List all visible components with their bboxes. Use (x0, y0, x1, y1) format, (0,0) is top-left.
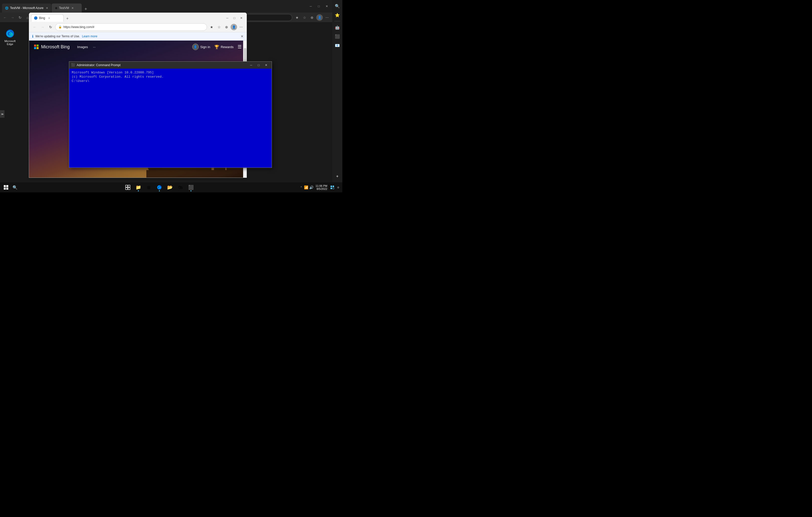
taskbar-taskview-button[interactable] (123, 183, 132, 192)
svg-rect-28 (6, 185, 8, 187)
bing-menu-button[interactable]: ☰ (238, 44, 241, 50)
bing-logo-text: Microsoft Bing (41, 44, 70, 50)
bing-tab[interactable]: 🔵 Bing ✕ (31, 14, 64, 22)
svg-rect-36 (330, 186, 332, 187)
bing-navigation: Images ··· (77, 45, 95, 49)
tray-overflow-button[interactable]: ^ (299, 186, 303, 189)
back-nav-button[interactable]: ← (2, 14, 8, 21)
bing-header-right: 👤 Sign in 🏆 Rewards ☰ (192, 43, 241, 50)
svg-rect-34 (128, 188, 130, 190)
sidebar-search-icon[interactable]: 🔍 (333, 2, 341, 10)
bing-logo-squares (34, 44, 38, 49)
inner-more-button[interactable]: ··· (238, 24, 244, 31)
add-favorites-button[interactable]: ☆ (301, 14, 308, 21)
bing-logo: Microsoft Bing (34, 44, 70, 50)
inner-refresh-button[interactable]: ↻ (47, 24, 54, 31)
collections-button[interactable]: ⊕ (309, 14, 315, 21)
taskbar: 🔍 📁 ⊞ (0, 182, 342, 192)
svg-rect-32 (128, 185, 130, 187)
cmd-line-2: (c) Microsoft Corporation. All rights re… (72, 75, 269, 79)
tab1-title: TestVM - Microsoft Azure (10, 6, 44, 10)
logo-sq-red (34, 44, 36, 47)
cmd-restore-button[interactable]: □ (255, 63, 262, 68)
cmd-titlebar: ⬛ Administrator: Command Prompt ─ □ ✕ (69, 62, 272, 69)
sidebar-add-button[interactable]: + (333, 172, 341, 180)
tab1-favicon: 🌐 (5, 6, 8, 10)
cmd-title-text: Administrator: Command Prompt (77, 63, 248, 67)
svg-rect-24 (146, 170, 246, 178)
cmd-close-button[interactable]: ✕ (263, 63, 270, 68)
inner-favorites-button[interactable]: ★ (208, 24, 215, 31)
profile-button[interactable]: 👤 (316, 14, 323, 21)
settings-tray-button[interactable]: ⚙ (336, 183, 340, 192)
tab1-close[interactable]: ✕ (46, 6, 48, 10)
cmd-minimize-button[interactable]: ─ (248, 63, 255, 68)
tab-2[interactable]: 🖥 TestVM ✕ (52, 3, 82, 12)
new-tab-button[interactable]: + (82, 5, 89, 12)
cmd-window-controls: ─ □ ✕ (248, 63, 270, 68)
taskbar-edge-button[interactable] (155, 183, 164, 192)
start-button[interactable] (2, 183, 10, 191)
inner-restore-button[interactable]: □ (231, 16, 238, 21)
svg-rect-37 (332, 186, 334, 187)
cmd-content-area[interactable]: Microsoft Windows [Version 10.0.22000.79… (69, 69, 272, 168)
window-controls: ─ □ ✕ (307, 3, 330, 9)
bing-header: Microsoft Bing Images ··· 👤 Sign in 🏆 Re… (29, 40, 246, 53)
close-button[interactable]: ✕ (323, 3, 330, 9)
taskbar-search-button[interactable]: 🔍 (11, 183, 19, 191)
sidebar-copilot-icon[interactable]: 🤖 (333, 23, 341, 31)
sidebar-office-icon[interactable]: ⬛ (333, 32, 341, 40)
inner-toolbar-actions: ★ ☆ ⊕ 👤 ··· (208, 24, 244, 31)
svg-rect-38 (330, 188, 332, 189)
refresh-nav-button[interactable]: ↻ (17, 14, 23, 21)
taskbar-clock[interactable]: 11:06 PM 8/5/2022 (315, 184, 328, 190)
taskbar-store-button[interactable]: 🛍 (176, 183, 185, 192)
favorites-button[interactable]: ★ (294, 14, 300, 21)
user-avatar: 👤 (192, 43, 199, 50)
inner-add-favorites-button[interactable]: ☆ (215, 24, 223, 31)
inner-minimize-button[interactable]: ─ (224, 16, 231, 21)
minimize-button[interactable]: ─ (307, 3, 314, 9)
notification-center-button[interactable] (329, 184, 335, 190)
inner-close-button[interactable]: ✕ (238, 16, 244, 21)
sidebar-outlook-icon[interactable]: 📧 (333, 41, 341, 49)
logo-sq-green (37, 44, 38, 47)
restore-button[interactable]: □ (315, 3, 322, 9)
inner-collections-button[interactable]: ⊕ (223, 24, 230, 31)
tray-volume-icon[interactable]: 🔊 (309, 185, 314, 189)
trophy-icon: 🏆 (214, 44, 219, 49)
rewards-text: Rewards (221, 45, 234, 49)
taskbar-terminal-button[interactable]: ⬛ (186, 183, 196, 192)
tray-network-icon[interactable]: 📶 (304, 185, 308, 189)
taskbar-widgets-button[interactable]: ⊞ (144, 183, 153, 192)
bing-sign-in-button[interactable]: 👤 Sign in (192, 43, 210, 50)
notification-close-button[interactable]: ✕ (240, 34, 243, 38)
bing-nav-more[interactable]: ··· (93, 45, 96, 49)
terms-notification: ℹ We're updating our Terms of Use. Learn… (29, 32, 246, 40)
bing-tab-close[interactable]: ✕ (48, 17, 50, 20)
inner-back-button[interactable]: ← (31, 24, 38, 31)
notification-text: We're updating our Terms of Use. (35, 35, 80, 38)
inner-window-controls: ─ □ ✕ (224, 16, 244, 21)
more-menu-button[interactable]: ··· (324, 14, 330, 21)
cmd-window: ⬛ Administrator: Command Prompt ─ □ ✕ Mi… (69, 61, 272, 168)
tab-1[interactable]: 🌐 TestVM - Microsoft Azure ✕ (2, 3, 51, 12)
sign-in-text: Sign in (200, 45, 210, 49)
tab2-favicon: 🖥 (55, 6, 57, 9)
sidebar-favorites-icon[interactable]: ⭐ (333, 11, 341, 19)
learn-more-link[interactable]: Learn more (82, 35, 97, 38)
inner-forward-button[interactable]: → (39, 24, 46, 31)
taskbar-files-button[interactable]: 📂 (166, 183, 174, 192)
inner-lock-icon: 🔒 (58, 25, 62, 29)
svg-rect-31 (125, 185, 127, 187)
edge-right-sidebar: 🔍 ⭐ 🤖 ⬛ 📧 + (332, 0, 342, 182)
inner-profile-button[interactable]: 👤 (231, 24, 237, 30)
tab2-close[interactable]: ✕ (71, 6, 74, 10)
inner-address-bar[interactable]: 🔒 https://www.bing.com/# (55, 23, 207, 31)
bing-rewards-button[interactable]: 🏆 Rewards (214, 44, 234, 49)
inner-new-tab-button[interactable]: + (64, 15, 71, 22)
bing-nav-images[interactable]: Images (77, 45, 88, 49)
forward-nav-button[interactable]: → (9, 14, 16, 21)
taskbar-explorer-button[interactable]: 📁 (134, 183, 143, 192)
info-icon: ℹ (32, 34, 33, 38)
